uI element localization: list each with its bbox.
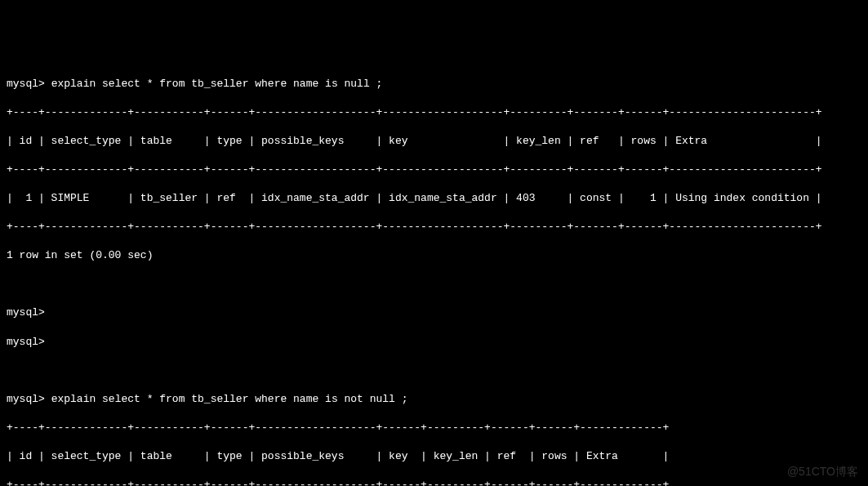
- empty-prompt[interactable]: mysql>: [7, 335, 861, 350]
- table-header: | id | select_type | table | type | poss…: [7, 449, 861, 464]
- row-count-msg: 1 row in set (0.00 sec): [7, 248, 861, 263]
- table-header: | id | select_type | table | type | poss…: [7, 134, 861, 149]
- empty-prompt[interactable]: mysql>: [7, 305, 861, 320]
- sql-command: explain select * from tb_seller where na…: [51, 78, 383, 90]
- blank-line: [7, 277, 861, 292]
- sql-command: explain select * from tb_seller where na…: [51, 393, 408, 405]
- table-border: +----+-------------+-----------+------+-…: [7, 105, 861, 120]
- table-row: | 1 | SIMPLE | tb_seller | ref | idx_nam…: [7, 191, 861, 206]
- table-border: +----+-------------+-----------+------+-…: [7, 163, 861, 177]
- query-1-prompt[interactable]: mysql> explain select * from tb_seller w…: [7, 77, 861, 91]
- table-border: +----+-------------+-----------+------+-…: [7, 478, 861, 486]
- mysql-prompt: mysql>: [7, 78, 45, 90]
- table-border: +----+-------------+-----------+------+-…: [7, 421, 861, 435]
- query-2-prompt[interactable]: mysql> explain select * from tb_seller w…: [7, 392, 861, 407]
- table-border: +----+-------------+-----------+------+-…: [7, 220, 861, 234]
- mysql-prompt: mysql>: [7, 393, 45, 405]
